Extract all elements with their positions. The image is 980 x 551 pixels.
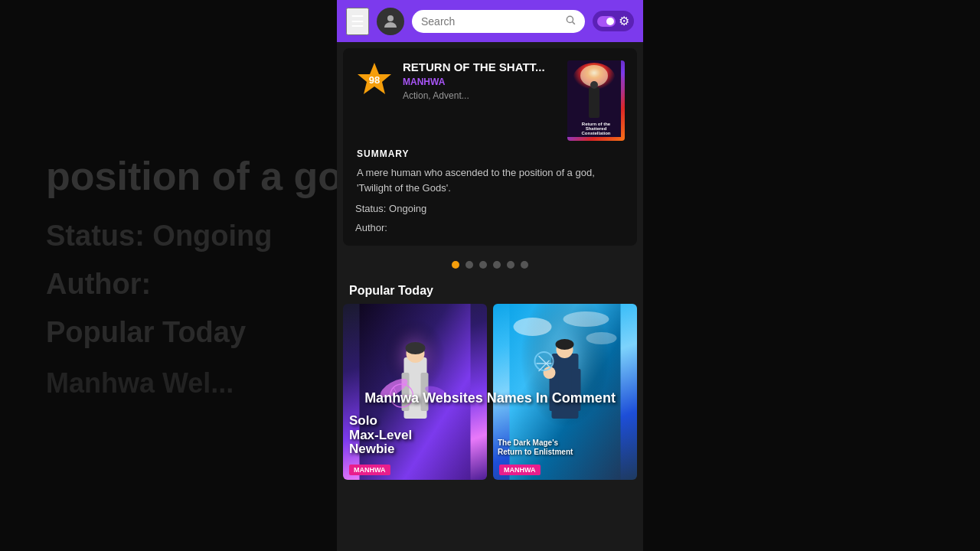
menu-button[interactable]: ☰ [346, 8, 369, 35]
summary-section: SUMMARY A mere human who ascended to the… [355, 148, 625, 195]
popular-today-header: Popular Today [337, 275, 643, 304]
svg-point-30 [556, 339, 574, 350]
manga-card-2[interactable]: The Dark Mage'sReturn to Enlistment MANH… [493, 304, 637, 480]
toggle-switch [597, 16, 616, 27]
rating-number: 98 [369, 74, 380, 86]
theme-toggle[interactable]: ⚙ [593, 11, 634, 31]
carousel-dots [337, 252, 643, 275]
main-panel: ☰ ⚙ [337, 0, 643, 551]
settings-icon: ⚙ [619, 14, 629, 28]
search-input[interactable] [421, 15, 559, 28]
rating-badge: 98 [355, 60, 394, 99]
manga-card-2-title: The Dark Mage'sReturn to Enlistment [498, 439, 632, 457]
search-bar[interactable] [412, 10, 585, 33]
scroll-content: 98 RETURN OF THE SHATT... MANHWA Action,… [337, 42, 643, 551]
svg-point-8 [590, 81, 598, 89]
summary-text: A mere human who ascended to the positio… [357, 165, 623, 195]
popular-grid: SoloMax-LevelNewbie MANHWA [337, 304, 643, 492]
user-icon [381, 12, 400, 31]
manga-card-1-image: SoloMax-LevelNewbie MANHWA [343, 304, 487, 480]
featured-type: MANHWA [403, 77, 558, 87]
svg-point-23 [514, 318, 552, 336]
carousel-dot-5[interactable] [507, 261, 514, 269]
svg-rect-7 [589, 87, 599, 118]
svg-rect-28 [572, 369, 581, 411]
carousel-dot-3[interactable] [479, 261, 487, 269]
popular-section: Manhwa Websites Names In Comment [337, 304, 643, 492]
carousel-dot-4[interactable] [493, 261, 501, 269]
search-icon [565, 15, 576, 28]
manga-card-1-badge: MANHWA [349, 465, 390, 475]
featured-header: 98 RETURN OF THE SHATT... MANHWA Action,… [355, 60, 625, 141]
manga-card-2-image: The Dark Mage'sReturn to Enlistment MANH… [493, 304, 637, 480]
avatar[interactable] [377, 8, 404, 35]
featured-info: RETURN OF THE SHATT... MANHWA Action, Ad… [403, 60, 558, 101]
featured-thumbnail: Return of theShatteredConstellation [567, 60, 625, 141]
svg-point-24 [564, 311, 609, 327]
manga-card-1-title: SoloMax-LevelNewbie [349, 414, 481, 457]
featured-title: RETURN OF THE SHATT... [403, 60, 558, 73]
svg-point-1 [567, 16, 573, 22]
status-text: Status: Ongoing [355, 203, 625, 214]
svg-point-0 [387, 15, 394, 21]
svg-line-2 [573, 21, 575, 24]
thumbnail-text: Return of theShatteredConstellation [580, 120, 612, 137]
svg-point-15 [406, 342, 426, 354]
svg-point-25 [586, 332, 617, 344]
navbar: ☰ ⚙ [337, 0, 643, 42]
manga-card-1[interactable]: SoloMax-LevelNewbie MANHWA [343, 304, 487, 480]
featured-card: 98 RETURN OF THE SHATT... MANHWA Action,… [343, 48, 637, 246]
manga-card-2-badge: MANHWA [499, 465, 541, 475]
carousel-dot-1[interactable] [452, 261, 459, 269]
author-text: Author: [355, 222, 625, 233]
carousel-dot-2[interactable] [466, 261, 473, 269]
carousel-dot-6[interactable] [521, 261, 528, 269]
featured-genres: Action, Advent... [403, 90, 558, 101]
summary-label: SUMMARY [357, 148, 623, 159]
